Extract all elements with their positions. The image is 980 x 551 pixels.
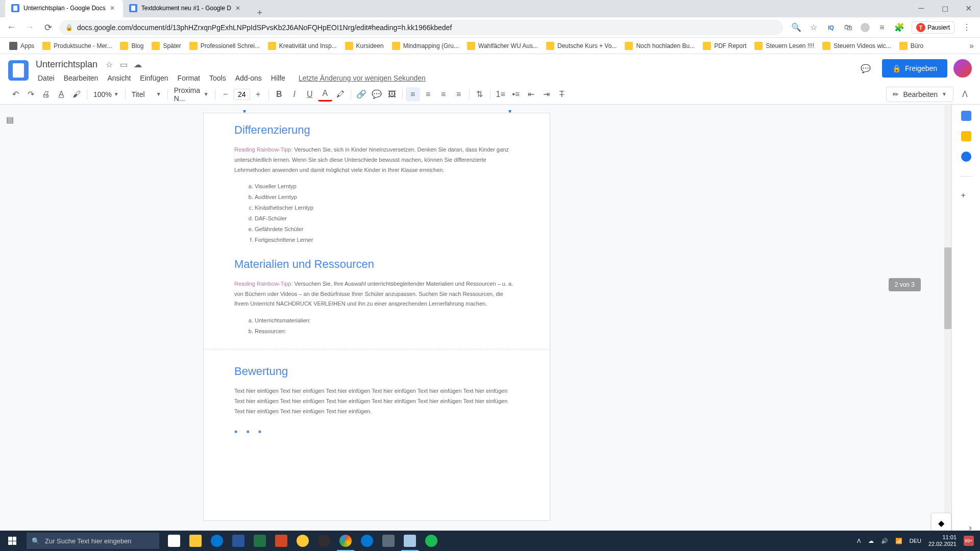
powerpoint-button[interactable] xyxy=(271,531,292,551)
taskbar-search[interactable]: 🔍 Zur Suche Text hier eingeben xyxy=(27,533,159,549)
bookmark-item[interactable]: Blog xyxy=(117,40,146,52)
redo-button[interactable]: ↷ xyxy=(23,87,38,102)
scrollbar-thumb[interactable] xyxy=(944,247,951,329)
menu-icon[interactable]: ⋮ xyxy=(962,22,972,33)
outline-toggle-icon[interactable]: ▤ xyxy=(6,115,18,127)
cloud-saved-icon[interactable]: ☁ xyxy=(133,60,142,69)
url-input[interactable]: 🔒 docs.google.com/document/d/13phHZrxqnP… xyxy=(59,20,783,35)
menu-format[interactable]: Format xyxy=(174,72,204,84)
extensions-icon[interactable]: 🧩 xyxy=(894,22,904,33)
comments-button[interactable]: 💬 xyxy=(855,58,876,79)
word-button[interactable] xyxy=(228,531,249,551)
document-scroll-area[interactable]: ▾ ▾ Differenzierung Reading Rainbow-Tipp… xyxy=(24,105,951,543)
bookmark-item[interactable]: Wahlfächer WU Aus... xyxy=(464,40,541,52)
horizontal-ruler[interactable]: ▾ ▾ xyxy=(24,105,951,113)
bookmark-item[interactable]: Kursideen xyxy=(342,40,387,52)
star-icon[interactable]: ☆ xyxy=(105,60,114,69)
clock[interactable]: 11:01 22.02.2021 xyxy=(928,534,957,547)
new-tab-button[interactable]: + xyxy=(253,6,267,20)
tray-expand-icon[interactable]: ᐱ xyxy=(857,538,861,544)
editing-mode-dropdown[interactable]: ✏ Bearbeiten ▼ xyxy=(886,87,953,102)
ext-circle-icon[interactable] xyxy=(861,23,870,32)
docs-logo-icon[interactable] xyxy=(8,60,29,81)
tasks-app-icon[interactable] xyxy=(961,152,971,162)
language-indicator[interactable]: DEU xyxy=(910,538,921,544)
scrollbar-track[interactable] xyxy=(944,105,951,543)
file-explorer-button[interactable] xyxy=(185,531,206,551)
text-color-button[interactable]: A xyxy=(318,87,332,102)
tab-close-icon[interactable]: ✕ xyxy=(110,5,117,12)
menu-view[interactable]: Ansicht xyxy=(103,72,135,84)
app-button[interactable] xyxy=(292,531,313,551)
paint-format-button[interactable]: 🖌 xyxy=(69,87,84,102)
star-icon[interactable]: ☆ xyxy=(808,22,819,33)
iq-icon[interactable]: IQ xyxy=(826,22,836,33)
ext-list-icon[interactable]: ≡ xyxy=(877,22,887,33)
font-dropdown[interactable]: Proxima N...▼ xyxy=(171,84,212,105)
share-button[interactable]: 🔒 Freigeben xyxy=(882,59,947,78)
zoom-dropdown[interactable]: 100%▼ xyxy=(90,88,122,101)
insert-link-button[interactable]: 🔗 xyxy=(354,87,369,102)
bookmark-item[interactable]: Produktsuche - Mer... xyxy=(39,40,115,52)
italic-button[interactable]: I xyxy=(287,87,302,102)
bookmark-item[interactable]: PDF Report xyxy=(700,40,749,52)
ext-shopping-icon[interactable]: 🛍 xyxy=(843,22,853,33)
move-icon[interactable]: ▭ xyxy=(119,60,128,69)
spellcheck-button[interactable]: A xyxy=(54,87,68,102)
font-size-input[interactable] xyxy=(234,89,250,100)
window-close[interactable]: ✕ xyxy=(957,0,980,16)
font-size-decrease[interactable]: − xyxy=(218,87,233,102)
menu-file[interactable]: Datei xyxy=(34,72,59,84)
underline-button[interactable]: U xyxy=(303,87,317,102)
back-button[interactable]: ← xyxy=(4,20,18,35)
onedrive-icon[interactable]: ☁ xyxy=(868,538,874,544)
bookmark-item[interactable]: Später xyxy=(149,40,184,52)
undo-button[interactable]: ↶ xyxy=(8,87,22,102)
collapse-toolbar-button[interactable]: ᐱ xyxy=(958,87,972,102)
window-maximize[interactable]: ◻ xyxy=(933,0,957,16)
bookmarks-overflow-button[interactable]: » xyxy=(969,41,974,51)
highlight-button[interactable]: 🖍 xyxy=(333,87,348,102)
increase-indent-button[interactable]: ⇥ xyxy=(540,87,554,102)
doc-title[interactable]: Unterrichtsplan xyxy=(34,58,100,71)
menu-tools[interactable]: Tools xyxy=(205,72,230,84)
menu-insert[interactable]: Einfügen xyxy=(136,72,172,84)
profile-paused-badge[interactable]: T Pausiert xyxy=(912,21,954,34)
network-icon[interactable]: 📶 xyxy=(895,538,902,544)
bookmark-item[interactable]: Noch hochladen Bu... xyxy=(622,40,698,52)
menu-edit[interactable]: Bearbeiten xyxy=(60,72,103,84)
add-addon-button[interactable]: + xyxy=(961,191,971,201)
edge-button[interactable] xyxy=(356,531,378,551)
chrome-button[interactable] xyxy=(335,531,356,551)
keep-app-icon[interactable] xyxy=(961,131,971,141)
bulleted-list-button[interactable]: •≡ xyxy=(509,87,523,102)
bookmark-item[interactable]: Professionell Schrei... xyxy=(186,40,263,52)
document-page[interactable]: Differenzierung Reading Rainbow-Tipp: Ve… xyxy=(203,113,550,521)
task-view-button[interactable] xyxy=(163,531,185,551)
app-button[interactable] xyxy=(378,531,399,551)
bookmark-item[interactable]: Kreativität und Insp... xyxy=(265,40,340,52)
notification-center-button[interactable]: 99+ xyxy=(964,536,974,546)
bookmark-item[interactable]: Deutsche Kurs + Vo... xyxy=(543,40,620,52)
align-center-button[interactable]: ≡ xyxy=(421,87,435,102)
numbered-list-button[interactable]: 1≡ xyxy=(494,87,508,102)
line-spacing-button[interactable]: ⇅ xyxy=(473,87,487,102)
apps-shortcut[interactable]: Apps xyxy=(6,40,37,52)
menu-addons[interactable]: Add-ons xyxy=(231,72,266,84)
browser-tab-active[interactable]: Unterrichtsplan - Google Docs ✕ xyxy=(5,0,123,17)
notepad-button[interactable] xyxy=(399,531,421,551)
align-left-button[interactable]: ≡ xyxy=(406,87,420,102)
insert-image-button[interactable]: 🖼 xyxy=(385,87,399,102)
bookmark-item[interactable]: Steuern Videos wic... xyxy=(819,40,894,52)
decrease-indent-button[interactable]: ⇤ xyxy=(524,87,538,102)
menu-help[interactable]: Hilfe xyxy=(267,72,289,84)
volume-icon[interactable]: 🔊 xyxy=(881,538,888,544)
bold-button[interactable]: B xyxy=(272,87,286,102)
styles-dropdown[interactable]: Titel▼ xyxy=(129,88,164,101)
forward-button[interactable]: → xyxy=(22,20,37,35)
add-comment-button[interactable]: 💬 xyxy=(370,87,384,102)
tab-close-icon[interactable]: ✕ xyxy=(235,5,242,12)
last-change-link[interactable]: Letzte Änderung vor wenigen Sekunden xyxy=(295,72,430,84)
bookmark-item[interactable]: Büro xyxy=(896,40,926,52)
bookmark-item[interactable]: Steuern Lesen !!!! xyxy=(751,40,817,52)
